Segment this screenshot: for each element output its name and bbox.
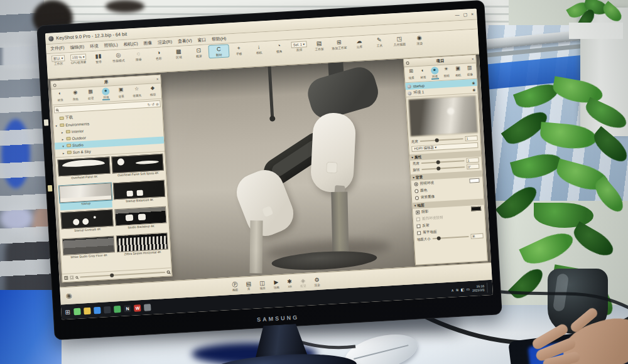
taskbar-app-icon[interactable]: W [134,304,141,312]
ribbon-button[interactable]: ▶ 动画 [273,279,279,289]
toolbar-button[interactable]: 100 % ▾ CPU使用量 [68,53,89,65]
ribbon-button[interactable]: Ⓟ 截图 [232,281,238,292]
thumbnail-size-slider[interactable] [80,272,165,278]
library-action-icon[interactable]: ⊘ [156,102,159,105]
tray-icon[interactable]: ▭ [466,286,470,291]
minimize-button[interactable]: — [455,13,459,18]
shadow-color-swatch[interactable] [471,206,481,211]
taskbar-clock[interactable]: 15:16 2021/2/3 [472,284,485,292]
ribbon-button[interactable]: ◈ 配置 [300,277,306,287]
taskbar-app-icon[interactable] [114,305,121,313]
start-button[interactable]: ⊞ [65,308,70,315]
library-tab[interactable]: ☆ 收藏夹 [133,86,142,99]
toolbar-button[interactable]: ◌ 降噪 [129,50,149,63]
close-icon[interactable]: × [472,57,474,61]
property-slider[interactable] [421,160,465,164]
tray-icon[interactable]: ∧ [451,287,454,292]
taskbar-app-icon[interactable] [94,306,101,314]
environment-thumbnail[interactable]: Overhead Panel Soft Spots 4K [111,154,165,181]
project-tab[interactable]: ☀ 照明 [442,66,450,79]
environment-thumbnail[interactable]: Overhead Panel 4K [57,157,111,185]
toolbar-button[interactable]: 默认 ▾ 工作区 [48,54,68,67]
library-tab[interactable]: ◉ 颜色 [72,89,80,102]
project-tab[interactable]: ▥ 图像 [465,65,474,78]
toolbar-button[interactable]: ▩ 区域 [169,47,189,60]
environment-thumbnail[interactable]: Startup Contrast 4K [60,210,114,237]
library-tab[interactable]: ◆ 模型 [149,85,157,98]
library-tab[interactable]: ▦ 纹理 [87,88,95,102]
list-view-icon[interactable] [70,276,73,279]
hdri-preview[interactable] [408,95,478,137]
environment-thumbnail[interactable]: Studio Backdrop 4K [114,206,168,234]
grid-view-icon[interactable] [64,276,68,280]
taskbar-app-icon[interactable]: N [124,305,131,313]
toolbar-button[interactable]: ◎ 性能模式 [109,51,129,64]
brightness-value[interactable]: 1 [465,136,477,141]
menu-item[interactable]: 文件(F) [50,45,65,51]
toolbar-button[interactable]: ◔ 视角 [269,41,289,55]
pin-icon[interactable] [406,61,409,64]
ground-size-value[interactable]: 米 [470,233,483,239]
library-action-icon[interactable]: ↻ [148,102,151,106]
library-action-icon[interactable]: ↺ [151,102,154,106]
project-tab[interactable]: ● 环境 [431,67,439,80]
tray-icon[interactable]: ≋ [455,287,458,291]
brightness-slider[interactable] [420,138,463,142]
menu-item[interactable]: 相机(C) [123,41,138,48]
toolbar-button[interactable]: + 平移 [229,44,249,57]
ribbon-button[interactable]: ▤ 库 [246,280,251,290]
menu-item[interactable]: 帮助(H) [212,36,227,43]
menu-item[interactable]: 窗口 [197,36,206,43]
toolbar-button[interactable]: ◳ 几何视图 [389,35,409,48]
show-desktop-button[interactable] [487,282,489,292]
environment-thumbnail[interactable]: White Studio Grey Floor 4K [62,235,116,263]
library-tab[interactable]: ▣ 背景 [117,87,125,100]
taskbar-app-icon[interactable] [144,304,151,311]
taskbar-app-icon[interactable] [104,306,111,313]
toolbar-button[interactable]: Sel. 1 ▾ 选择 [289,40,309,53]
visibility-icon[interactable]: ◉ [472,80,475,84]
environment-thumbnail[interactable]: startup [59,183,112,211]
menu-item[interactable]: 查看(V) [178,38,192,45]
library-tab-icon: ◆ [149,85,157,93]
toolbar-button[interactable]: ▤ 工作室 [309,39,329,52]
tray-icon[interactable]: ◧ [460,287,464,291]
property-slider[interactable] [421,166,465,170]
toolbar-button[interactable]: C 翻转 [208,45,229,58]
library-tab[interactable]: ● 环境 [102,87,110,100]
toolbar-button[interactable]: ▮▮ 暂停 [89,51,109,65]
project-tab[interactable]: ▣ 相机 [454,65,462,78]
toolbar-button[interactable]: ◉ 渲染 [409,33,430,46]
close-icon[interactable]: × [156,77,159,81]
ribbon-button[interactable]: ⚙ 渲染 [314,276,320,287]
toolbar-button[interactable]: ☁ 云库 [349,37,369,50]
project-tab[interactable]: ◐ 材质 [419,67,427,80]
pin-icon[interactable] [53,83,56,87]
property-value[interactable]: 1 [466,158,479,163]
visibility-icon[interactable]: ◉ [472,87,475,91]
toolbar-button[interactable]: ✎ 工具 [369,36,389,49]
project-tab[interactable]: ⊞ 场景 [407,68,415,81]
color-swatch[interactable] [469,178,479,183]
ground-size-slider[interactable] [433,236,469,239]
taskbar-app-icon[interactable] [74,308,82,315]
property-value[interactable]: 0° [467,164,479,169]
taskbar-app-icon[interactable] [84,307,91,314]
toolbar-button[interactable]: ↓ 相机 [249,43,269,56]
ribbon-button[interactable]: ✱ XR [287,278,292,288]
toolbar-button[interactable]: ⊡ 截屏 [189,46,209,59]
toolbar-button[interactable]: ⊞ 添加工作室 [329,38,349,51]
library-tab[interactable]: ◐ 材质 [56,90,64,104]
menu-item[interactable]: 渲染(R) [158,39,173,46]
menu-item[interactable]: 照明(L) [104,42,117,49]
close-button[interactable]: × [471,11,474,16]
maximize-button[interactable]: ▢ [463,12,467,17]
toolbar-button[interactable]: ◑ 色彩 [149,48,169,62]
menu-item[interactable]: 环境 [90,43,99,50]
environment-thumbnail[interactable]: Zebra Stripes Horizontal 4K [116,233,169,260]
plant-pot [569,23,623,39]
ribbon-button[interactable]: ◫ 项目 [259,279,266,290]
environment-thumbnail[interactable]: Startup Balanced 4K [112,180,166,208]
menu-item[interactable]: 编辑(E) [70,44,84,51]
menu-item[interactable]: 图像 [143,40,152,46]
